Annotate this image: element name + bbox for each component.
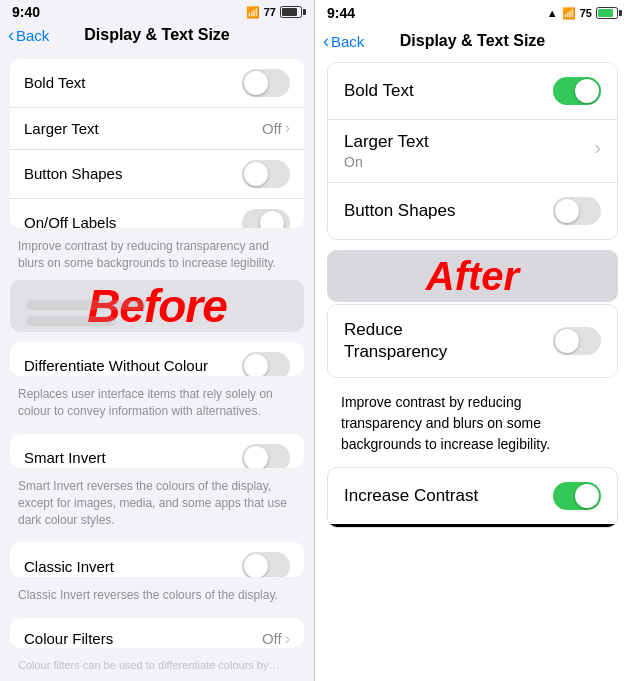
right-button-shapes-toggle[interactable] xyxy=(553,197,601,225)
larger-text-label: Larger Text xyxy=(24,120,99,137)
left-status-icons: 📶 77 xyxy=(246,6,302,19)
right-panel: 9:44 ▲ 📶 75 ‹ Back Display & Text Size B… xyxy=(315,0,630,681)
left-time: 9:40 xyxy=(12,4,40,20)
right-desc: Improve contrast by reducing transparenc… xyxy=(327,384,618,463)
left-section-2: Differentiate Without Colour xyxy=(10,342,304,376)
right-back-label: Back xyxy=(331,33,364,50)
left-nav-bar: ‹ Back Display & Text Size xyxy=(0,22,314,53)
right-wifi-icon: 📶 xyxy=(562,7,576,20)
colour-filters-value: Off › xyxy=(262,630,290,648)
right-reduce-transparency-toggle[interactable] xyxy=(553,327,601,355)
right-larger-text-chevron: › xyxy=(594,136,601,159)
right-location-icon: ▲ xyxy=(547,7,558,19)
right-status-icons: ▲ 📶 75 xyxy=(547,7,618,20)
left-desc-5: Colour filters can be used to differenti… xyxy=(0,654,314,681)
bold-text-toggle[interactable] xyxy=(242,69,290,97)
right-larger-text-row[interactable]: Larger Text On › xyxy=(328,120,617,183)
left-section-1: Bold Text Larger Text Off › Button Shape… xyxy=(10,59,304,229)
right-bold-text-row[interactable]: Bold Text xyxy=(328,63,617,120)
right-button-shapes-label: Button Shapes xyxy=(344,201,456,221)
left-desc-1: Improve contrast by reducing transparenc… xyxy=(0,234,314,280)
classic-invert-label: Classic Invert xyxy=(24,558,114,575)
left-panel: 9:40 📶 77 ‹ Back Display & Text Size Bol… xyxy=(0,0,315,681)
right-larger-text-group: Larger Text On xyxy=(344,132,429,170)
right-section-1: Bold Text Larger Text On › Button Shapes xyxy=(327,62,618,240)
on-off-labels-row[interactable]: On/Off Labels xyxy=(10,199,304,229)
differentiate-without-colour-row[interactable]: Differentiate Without Colour xyxy=(10,342,304,376)
wifi-icon: 📶 xyxy=(246,6,260,19)
left-desc-3: Smart Invert reverses the colours of the… xyxy=(0,474,314,536)
left-back-chevron: ‹ xyxy=(8,25,14,46)
colour-filters-chevron: › xyxy=(285,630,290,648)
left-section-5: Colour Filters Off › xyxy=(10,618,304,648)
right-increase-contrast-toggle[interactable] xyxy=(553,482,601,510)
smart-invert-label: Smart Invert xyxy=(24,449,106,466)
on-off-labels-toggle[interactable] xyxy=(242,209,290,229)
colour-filters-row[interactable]: Colour Filters Off › xyxy=(10,618,304,648)
colour-filters-label: Colour Filters xyxy=(24,630,113,647)
left-back-button[interactable]: ‹ Back xyxy=(8,25,49,46)
left-before-area: Before xyxy=(10,280,304,332)
right-button-shapes-row[interactable]: Button Shapes xyxy=(328,183,617,239)
right-larger-text-label: Larger Text xyxy=(344,132,429,152)
right-increase-contrast-section: Increase Contrast xyxy=(327,467,618,528)
right-larger-text-sub: On xyxy=(344,154,429,170)
left-section-4: Classic Invert xyxy=(10,542,304,576)
right-back-button[interactable]: ‹ Back xyxy=(323,31,364,52)
left-nav-title: Display & Text Size xyxy=(84,26,230,44)
battery-icon xyxy=(280,6,302,18)
differentiate-without-colour-label: Differentiate Without Colour xyxy=(24,357,208,374)
left-back-label: Back xyxy=(16,27,49,44)
right-reduce-transparency-label: ReduceTransparency xyxy=(344,319,447,363)
right-increase-contrast-label: Increase Contrast xyxy=(344,486,478,506)
right-nav-bar: ‹ Back Display & Text Size xyxy=(315,24,630,62)
larger-text-row[interactable]: Larger Text Off › xyxy=(10,108,304,150)
right-nav-title: Display & Text Size xyxy=(400,32,546,50)
classic-invert-row[interactable]: Classic Invert xyxy=(10,542,304,576)
button-shapes-label: Button Shapes xyxy=(24,165,122,182)
right-after-area: After xyxy=(327,250,618,302)
smart-invert-toggle[interactable] xyxy=(242,444,290,468)
battery-text: 77 xyxy=(264,6,276,18)
button-shapes-row[interactable]: Button Shapes xyxy=(10,150,304,199)
smart-invert-row[interactable]: Smart Invert xyxy=(10,434,304,468)
on-off-labels-label: On/Off Labels xyxy=(24,214,116,228)
right-battery-icon xyxy=(596,7,618,19)
left-status-bar: 9:40 📶 77 xyxy=(0,0,314,22)
right-status-bar: 9:44 ▲ 📶 75 xyxy=(315,0,630,24)
right-back-chevron: ‹ xyxy=(323,31,329,52)
right-bold-text-label: Bold Text xyxy=(344,81,414,101)
right-bold-text-toggle[interactable] xyxy=(553,77,601,105)
differentiate-without-colour-toggle[interactable] xyxy=(242,352,290,376)
button-shapes-toggle[interactable] xyxy=(242,160,290,188)
right-time: 9:44 xyxy=(327,5,355,21)
left-blur-bars xyxy=(10,300,162,326)
larger-text-value: Off › xyxy=(262,119,290,137)
left-desc-2: Replaces user interface items that rely … xyxy=(0,382,314,428)
bold-text-label: Bold Text xyxy=(24,74,85,91)
classic-invert-toggle[interactable] xyxy=(242,552,290,576)
after-label: After xyxy=(426,254,519,299)
right-battery-text: 75 xyxy=(580,7,592,19)
larger-text-chevron: › xyxy=(285,119,290,137)
left-section-3: Smart Invert xyxy=(10,434,304,468)
bold-text-row[interactable]: Bold Text xyxy=(10,59,304,108)
left-desc-4: Classic Invert reverses the colours of t… xyxy=(0,583,314,612)
right-section-2: ReduceTransparency xyxy=(327,304,618,378)
right-increase-contrast-row[interactable]: Increase Contrast xyxy=(328,468,617,527)
right-reduce-transparency-row[interactable]: ReduceTransparency xyxy=(328,305,617,377)
